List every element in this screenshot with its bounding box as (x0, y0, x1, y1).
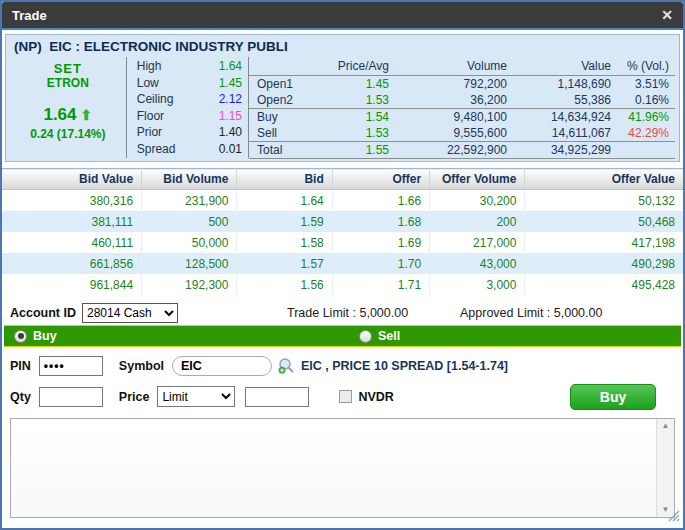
trade-limit: Trade Limit : 5,000.00 (287, 306, 408, 320)
stat-low: Low1.45 (137, 75, 242, 92)
radio-buy[interactable]: Buy (14, 326, 57, 346)
orderbook-row[interactable]: 661,856128,5001.571.7043,000490,298 (2, 253, 683, 274)
radio-sell-icon[interactable] (359, 330, 372, 343)
account-row: Account ID 28014 Cash Trade Limit : 5,00… (2, 301, 683, 325)
radio-sell[interactable]: Sell (359, 326, 400, 346)
message-scrollbar[interactable]: ▲ ▼ (656, 419, 674, 517)
trade-summary: Price/Avg Volume Value % (Vol.) Open1 1.… (248, 57, 675, 158)
nvdr-checkbox[interactable] (339, 390, 352, 403)
summary-row-sell: Sell 1.53 9,555,600 14,611,067 42.29% (249, 125, 675, 142)
stat-ceiling: Ceiling2.12 (137, 91, 242, 108)
summary-col-volume: Volume (395, 57, 513, 76)
stat-spread: Spread0.01 (137, 141, 242, 158)
col-offer-value: Offer Value (525, 169, 683, 190)
summary-row-buy: Buy 1.54 9,480,100 14,634,924 41.96% (249, 109, 675, 126)
buy-radio-label: Buy (33, 329, 57, 343)
orderbook-row[interactable]: 381,1115001.591.6820050,468 (2, 211, 683, 232)
col-offer: Offer (332, 169, 429, 190)
summary-row-open2: Open2 1.53 36,200 55,386 0.16% (249, 92, 675, 109)
stock-name: (NP) EIC : ELECTRONIC INDUSTRY PUBLI (10, 37, 675, 57)
pin-input[interactable] (39, 356, 103, 376)
summary-col-pct: % (Vol.) (617, 57, 675, 76)
price-input[interactable] (245, 387, 309, 407)
qty-input[interactable] (39, 387, 103, 407)
market-label: SET (10, 61, 126, 76)
approved-limit: Approved Limit : 5,000.00 (460, 306, 602, 320)
orderbook-row[interactable]: 961,844192,3001.561.713,000495,428 (2, 274, 683, 295)
price-type-select[interactable]: Limit (157, 386, 235, 407)
price-up-arrow-icon: ⬆ (81, 107, 93, 123)
symbol-search-icon[interactable] (277, 357, 295, 375)
col-bid-volume: Bid Volume (142, 169, 237, 190)
summary-row-open1: Open1 1.45 792,200 1,148,690 3.51% (249, 76, 675, 93)
pin-label: PIN (10, 359, 31, 373)
price-block: SET ETRON 1.64⬆ 0.24 (17.14%) (10, 57, 126, 158)
order-message-box: ▲ ▼ (10, 418, 675, 518)
order-message-area[interactable] (11, 419, 657, 517)
symbol-input[interactable] (172, 356, 272, 376)
resize-grip-icon[interactable] (667, 508, 680, 526)
scroll-up-icon[interactable]: ▲ (662, 419, 670, 433)
buy-sell-bar: Buy Sell (4, 325, 681, 347)
col-bid: Bid (237, 169, 332, 190)
symbol-label: Symbol (119, 359, 164, 373)
nvdr-label: NVDR (358, 390, 393, 404)
last-price: 1.64 (43, 105, 76, 124)
col-offer-volume: Offer Volume (430, 169, 525, 190)
window-title: Trade (12, 8, 47, 23)
orderbook-table: Bid Value Bid Volume Bid Offer Offer Vol… (2, 168, 683, 295)
summary-header-row: Price/Avg Volume Value % (Vol.) (249, 57, 675, 76)
price-stats: High1.64 Low1.45 Ceiling2.12 Floor1.15 P… (126, 57, 248, 158)
board-label: ETRON (10, 76, 126, 90)
col-bid-value: Bid Value (2, 169, 142, 190)
submit-buy-button[interactable]: Buy (570, 384, 656, 410)
summary-col-value: Value (513, 57, 617, 76)
summary-col-price: Price/Avg (311, 57, 395, 76)
title-bar[interactable]: Trade ✕ (2, 2, 683, 30)
stock-info-panel: (NP) EIC : ELECTRONIC INDUSTRY PUBLI SET… (5, 34, 680, 162)
price-change: 0.24 (17.14%) (10, 127, 126, 141)
orderbook-header-row: Bid Value Bid Volume Bid Offer Offer Vol… (2, 169, 683, 190)
stat-high: High1.64 (137, 58, 242, 75)
account-id-label: Account ID (10, 306, 76, 320)
price-label: Price (119, 390, 150, 404)
stat-floor: Floor1.15 (137, 108, 242, 125)
trade-window: Trade ✕ (NP) EIC : ELECTRONIC INDUSTRY P… (0, 0, 685, 530)
orderbook-row[interactable]: 460,11150,0001.581.69217,000417,198 (2, 232, 683, 253)
stat-prior: Prior1.40 (137, 124, 242, 141)
close-icon[interactable]: ✕ (661, 8, 673, 22)
qty-price-row: Qty Price Limit NVDR Buy (10, 384, 675, 409)
pin-symbol-row: PIN Symbol EIC , PRICE 10 SPREAD [1.54-1… (10, 353, 675, 378)
qty-label: Qty (10, 390, 31, 404)
summary-row-total: Total 1.55 22,592,900 34,925,299 (249, 142, 675, 159)
symbol-spread-info: EIC , PRICE 10 SPREAD [1.54-1.74] (301, 359, 508, 373)
radio-buy-icon[interactable] (14, 330, 27, 343)
account-select[interactable]: 28014 Cash (82, 303, 178, 323)
orderbook-row[interactable]: 380,316231,9001.641.6630,20050,132 (2, 190, 683, 212)
sell-radio-label: Sell (378, 329, 400, 343)
